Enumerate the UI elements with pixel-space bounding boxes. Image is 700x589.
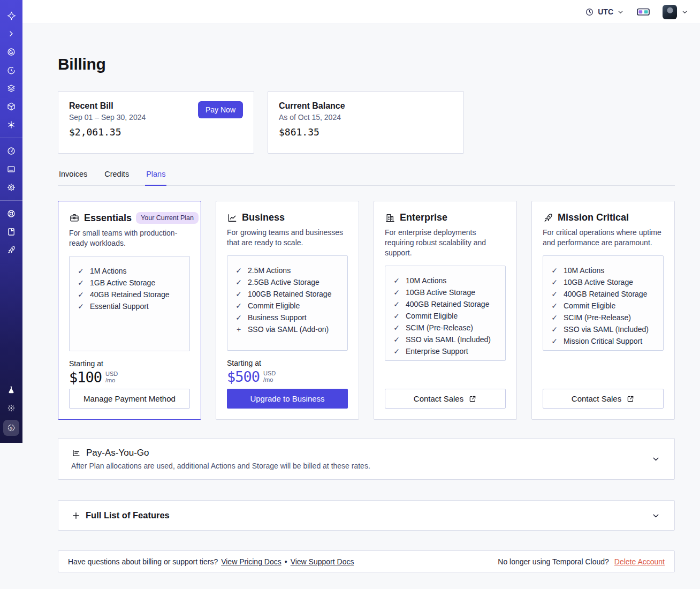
feature-item: ✓SSO via SAML (Included) bbox=[393, 334, 498, 345]
check-icon: ✓ bbox=[235, 312, 242, 323]
plan-name: Mission Critical bbox=[558, 212, 629, 223]
check-icon: ✓ bbox=[551, 276, 558, 288]
contact-sales-button[interactable]: Contact Sales bbox=[543, 389, 664, 409]
feature-item: ✓100GB Retained Storage bbox=[235, 288, 340, 300]
tab-credits[interactable]: Credits bbox=[103, 167, 130, 185]
footer-bar: Have questions about billing or support … bbox=[58, 550, 675, 572]
cube-icon[interactable] bbox=[2, 97, 20, 116]
check-icon: ✓ bbox=[77, 277, 85, 289]
chevron-down-icon bbox=[681, 9, 688, 16]
plan-name: Essentials bbox=[84, 213, 132, 224]
feature-item: ✓10M Actions bbox=[393, 275, 498, 286]
check-icon: ✓ bbox=[551, 300, 558, 312]
plan-description: For enterprise deployments requiring rob… bbox=[385, 228, 506, 258]
layers-icon[interactable] bbox=[2, 79, 20, 97]
usage-gauge-icon[interactable] bbox=[2, 142, 20, 160]
invoices-card-icon[interactable] bbox=[2, 160, 20, 178]
feature-item: ✓2.5GB Active Storage bbox=[235, 276, 340, 288]
rocket-icon[interactable] bbox=[2, 241, 20, 259]
delete-account-link[interactable]: Delete Account bbox=[614, 557, 665, 566]
temporal-logo-icon[interactable] bbox=[2, 6, 20, 25]
check-icon: ✓ bbox=[235, 288, 242, 300]
billing-page: Billing Recent Bill Sep 01 – Sep 30, 202… bbox=[22, 24, 700, 589]
feature-item: ✓SCIM (Pre-Release) bbox=[551, 312, 656, 323]
rates-chart-icon bbox=[71, 448, 81, 458]
check-icon: ✓ bbox=[393, 286, 400, 298]
check-icon: ✓ bbox=[393, 334, 400, 345]
expand-sidebar-icon[interactable] bbox=[2, 25, 20, 43]
pay-as-you-go-accordion[interactable]: Pay-As-You-Go After Plan allocations are… bbox=[58, 438, 675, 480]
recent-bill-amount: $2,061.35 bbox=[69, 126, 243, 138]
building-icon bbox=[385, 213, 395, 223]
settings-gear-icon[interactable] bbox=[2, 178, 20, 197]
check-icon: ✓ bbox=[393, 275, 400, 286]
feature-item: ✓10GB Active Storage bbox=[393, 286, 498, 298]
delete-question: No longer using Temporal Cloud? bbox=[498, 557, 609, 566]
feature-item: ✓Mission Critical Support bbox=[551, 335, 656, 347]
plan-card-essentials: Essentials Your Current Plan For small t… bbox=[58, 201, 201, 420]
docs-book-icon[interactable] bbox=[2, 223, 20, 241]
plan-name: Enterprise bbox=[400, 212, 447, 223]
check-icon: ✓ bbox=[551, 335, 558, 347]
namespaces-icon[interactable] bbox=[2, 43, 20, 61]
check-icon: ✓ bbox=[393, 345, 400, 357]
external-link-icon bbox=[626, 395, 635, 403]
billing-icon[interactable]: $ bbox=[3, 420, 19, 436]
plan-price: Starting at $500 USD/mo bbox=[227, 359, 348, 385]
feature-item: ✓10M Actions bbox=[551, 265, 656, 276]
footer-question: Have questions about billing or support … bbox=[68, 557, 218, 566]
recent-bill-title: Recent Bill bbox=[69, 101, 146, 111]
check-icon: ✓ bbox=[77, 300, 85, 312]
timezone-selector[interactable]: UTC bbox=[585, 7, 624, 17]
feature-item: ✓2.5M Actions bbox=[235, 265, 340, 276]
check-icon: ✓ bbox=[393, 322, 400, 334]
check-icon: ✓ bbox=[393, 310, 400, 322]
plus-icon bbox=[71, 511, 81, 520]
app-sidebar: $ bbox=[0, 0, 22, 443]
plan-card-business: Business For growing teams and businesse… bbox=[216, 201, 359, 420]
current-balance-title: Current Balance bbox=[279, 101, 453, 111]
current-balance-card: Current Balance As of Oct 15, 2024 $861.… bbox=[268, 91, 464, 154]
labs-flask-icon[interactable] bbox=[2, 381, 20, 399]
sidebar-divider bbox=[0, 138, 22, 138]
feature-item: ✓1M Actions bbox=[77, 265, 182, 277]
plan-card-mission-critical: Mission Critical For critical operations… bbox=[531, 201, 675, 420]
external-link-icon bbox=[468, 395, 477, 403]
avatar bbox=[663, 5, 677, 19]
contact-sales-button[interactable]: Contact Sales bbox=[385, 389, 506, 409]
plan-feature-list: ✓10M Actions ✓10GB Active Storage ✓400GB… bbox=[543, 255, 664, 351]
schedules-icon[interactable] bbox=[2, 61, 20, 79]
recent-bill-period: Sep 01 – Sep 30, 2024 bbox=[69, 113, 146, 122]
chevron-down-icon bbox=[651, 511, 660, 520]
plan-price: Starting at $100 USD/mo bbox=[69, 359, 190, 386]
theme-sun-icon[interactable] bbox=[2, 399, 20, 417]
plan-name: Business bbox=[242, 212, 285, 223]
support-docs-link[interactable]: View Support Docs bbox=[291, 557, 354, 566]
feature-item: ✓Essential Support bbox=[77, 300, 182, 312]
user-menu[interactable] bbox=[663, 5, 688, 19]
feature-item: ✓10GB Active Storage bbox=[551, 276, 656, 288]
current-balance-amount: $861.35 bbox=[279, 126, 453, 138]
nexus-icon[interactable] bbox=[2, 116, 20, 134]
tab-invoices[interactable]: Invoices bbox=[58, 167, 88, 185]
check-icon: ✓ bbox=[551, 323, 558, 335]
pricing-docs-link[interactable]: View Pricing Docs bbox=[221, 557, 281, 566]
feature-item: ✓40GB Retained Storage bbox=[77, 289, 182, 300]
full-features-title: Full List of Features bbox=[86, 510, 170, 520]
briefcase-icon bbox=[69, 213, 80, 223]
line-chart-icon bbox=[227, 213, 238, 223]
tab-plans[interactable]: Plans bbox=[145, 167, 166, 186]
price-amount: $100 bbox=[69, 369, 102, 386]
page-title: Billing bbox=[58, 55, 675, 73]
upgrade-business-button[interactable]: Upgrade to Business bbox=[227, 389, 348, 409]
billing-tabs: Invoices Credits Plans bbox=[58, 167, 675, 186]
price-amount: $500 bbox=[227, 368, 260, 385]
manage-payment-button[interactable]: Manage Payment Method bbox=[69, 389, 190, 409]
full-features-accordion[interactable]: Full List of Features bbox=[58, 500, 675, 531]
plan-feature-list: ✓2.5M Actions ✓2.5GB Active Storage ✓100… bbox=[227, 255, 348, 351]
support-lifering-icon[interactable] bbox=[2, 205, 20, 223]
check-icon: ✓ bbox=[77, 265, 85, 277]
pay-now-button[interactable]: Pay Now bbox=[198, 101, 243, 118]
labs-glasses-icon[interactable] bbox=[637, 7, 650, 17]
plan-description: For growing teams and businesses that ar… bbox=[227, 228, 348, 248]
